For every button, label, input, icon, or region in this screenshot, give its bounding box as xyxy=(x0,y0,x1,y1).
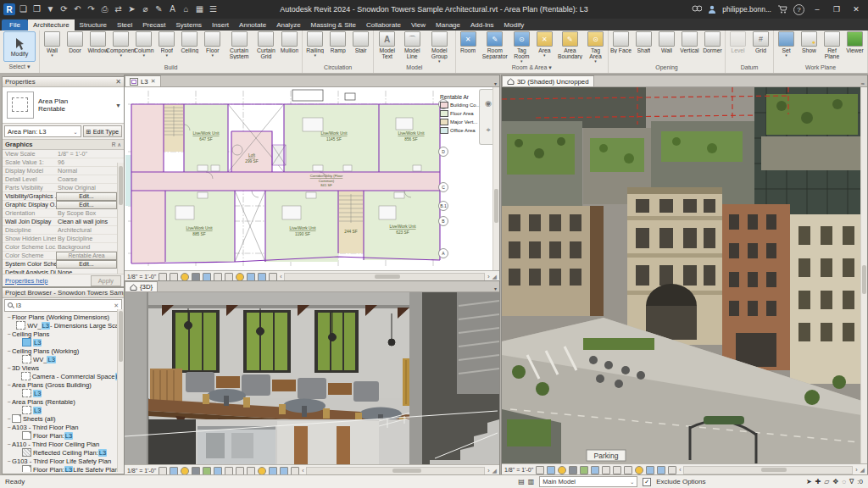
tab-list-icon[interactable]: ≂ xyxy=(858,80,867,86)
ribbon-button-shaft[interactable]: Shaft xyxy=(632,30,655,54)
scroll-left-icon[interactable]: ‹ xyxy=(280,274,281,280)
selection-box-icon[interactable] xyxy=(668,466,676,474)
temporary-hide-icon[interactable] xyxy=(269,467,277,475)
area-tag[interactable]: Live/Work Unit xyxy=(192,131,220,136)
design-option-combo[interactable]: Main Model⌄ xyxy=(539,476,637,487)
pin-icon[interactable] xyxy=(225,467,233,475)
temporary-hide-icon[interactable] xyxy=(646,466,654,474)
select-underlay-icon[interactable]: ▱ xyxy=(824,478,829,485)
ribbon-tab-file[interactable]: File xyxy=(2,19,28,30)
browser-group[interactable]: −A103 - Third Floor Plan xyxy=(4,423,124,431)
text-icon[interactable]: A xyxy=(167,3,178,15)
area-tag[interactable]: Live/Work Unit xyxy=(320,131,348,136)
ribbon-tab-collaborate[interactable]: Collaborate xyxy=(361,19,406,30)
selection-box-icon[interactable] xyxy=(291,467,299,475)
shadows-icon[interactable] xyxy=(192,467,200,475)
tab-list-icon[interactable]: ▾ xyxy=(492,80,499,86)
open-icon[interactable]: ❐ xyxy=(31,3,42,15)
temporary-hide-icon[interactable] xyxy=(247,273,255,281)
property-edit-button[interactable]: Edit... xyxy=(56,192,117,201)
browser-group[interactable]: −A110 - Third Floor Ceiling Plan xyxy=(4,440,124,448)
graphics-section-header[interactable]: GraphicsR ∧ xyxy=(3,140,124,150)
signed-in-user[interactable]: philippe.bonn... xyxy=(722,5,771,14)
browser-view-item[interactable]: L3 xyxy=(4,338,124,347)
collapse-icon[interactable]: − xyxy=(6,441,12,447)
restore-button[interactable]: ❐ xyxy=(830,5,843,14)
visual-style-icon[interactable] xyxy=(170,467,178,475)
worksets-icon[interactable] xyxy=(269,273,277,281)
user-avatar-icon[interactable] xyxy=(708,5,716,14)
ribbon-tab-modify[interactable]: Modify xyxy=(499,19,530,30)
area-value[interactable]: 244 SF xyxy=(344,230,358,234)
ribbon-button-room[interactable]: Room xyxy=(457,30,480,54)
browser-search-input[interactable]: l3 ✕ xyxy=(4,299,122,312)
project-browser-header[interactable]: Project Browser - Snowdon Towers Sample … xyxy=(3,288,124,298)
properties-help-link[interactable]: Properties help xyxy=(5,277,47,285)
browser-group[interactable]: −3D Views xyxy=(4,363,124,372)
browser-group[interactable]: −Sheets (all) xyxy=(4,414,124,423)
resize-grip[interactable]: ◢ xyxy=(492,468,497,474)
edit-type-button[interactable]: ⊞Edit Type xyxy=(83,125,122,137)
ribbon-button-wall[interactable]: Wall xyxy=(655,30,678,54)
transfer-icon[interactable]: ⇄ xyxy=(113,3,124,15)
area-tag[interactable]: Corridor/Utility (Floor xyxy=(310,174,343,178)
area-tag[interactable]: Live/Work Unit xyxy=(389,225,416,229)
measure-icon[interactable]: ⌀ xyxy=(140,3,151,15)
ribbon-button-curtain-system[interactable]: Curtain System xyxy=(224,30,253,60)
ribbon-button-model-group[interactable]: Model Group▾ xyxy=(425,30,454,64)
measure-icon[interactable] xyxy=(225,273,233,281)
home-icon[interactable] xyxy=(236,467,244,475)
new-file-icon[interactable]: ❏ xyxy=(18,3,29,15)
ribbon-button-set[interactable]: Set▾ xyxy=(775,30,798,58)
view-selector-combo[interactable]: Area Plan: L3⌄ xyxy=(4,125,81,137)
ribbon-button-curtain-grid[interactable]: Curtain Grid xyxy=(254,30,278,60)
property-edit-button[interactable]: Edit... xyxy=(56,201,117,209)
scale-control[interactable]: 1/8" = 1'-0" xyxy=(127,468,156,474)
browser-view-item[interactable]: Reflected Ceiling Plan: L3 xyxy=(4,448,124,457)
ribbon-tab-systems[interactable]: Systems xyxy=(170,19,207,30)
shadows-icon[interactable] xyxy=(192,273,200,281)
ribbon-button-by-face[interactable]: By Face xyxy=(609,30,632,54)
measure-icon[interactable] xyxy=(247,467,255,475)
property-value[interactable]: Clean all wall joins xyxy=(56,218,124,225)
design-options-icon[interactable]: ▥ xyxy=(528,478,535,485)
modify-cursor-icon[interactable]: ➤ xyxy=(126,3,137,15)
ribbon-button-area[interactable]: Area▾ xyxy=(533,30,556,58)
displace-icon[interactable] xyxy=(657,466,665,474)
save-icon[interactable]: ▼ xyxy=(45,3,56,15)
resize-grip[interactable]: ◢ xyxy=(860,467,865,474)
filter-icon[interactable]: ∇ xyxy=(849,478,854,485)
tab-list-icon[interactable]: ▾ xyxy=(492,286,499,291)
collapse-icon[interactable]: − xyxy=(6,424,12,430)
area-tag[interactable]: Live/Work Unit xyxy=(289,226,316,230)
collapse-icon[interactable]: − xyxy=(6,399,12,405)
resize-grip[interactable]: ◢ xyxy=(492,274,497,280)
collapse-icon[interactable]: − xyxy=(6,458,12,464)
crop-region-icon[interactable] xyxy=(159,273,167,281)
steering-wheel-icon[interactable]: ◉ xyxy=(485,99,492,108)
browser-view-item[interactable]: Floor Plan: L3 Life Safety Plan xyxy=(4,465,124,472)
ribbon-button-viewer[interactable]: Viewer xyxy=(843,30,866,54)
ribbon-tab-manage[interactable]: Manage xyxy=(431,19,465,30)
scale-control[interactable]: 1/8" = 1'-0" xyxy=(127,274,156,280)
sun-path-icon[interactable] xyxy=(181,467,189,475)
ribbon-button-wall[interactable]: Wall▾ xyxy=(41,30,64,58)
select-pins-icon[interactable]: ✚ xyxy=(815,478,821,485)
ribbon-button-show[interactable]: Show xyxy=(798,30,821,54)
area-tag[interactable]: Live/Work Unit xyxy=(186,226,213,230)
city-vscrollbar[interactable] xyxy=(860,87,867,463)
browser-view-item[interactable]: L3 xyxy=(4,389,124,397)
ribbon-button-model-text[interactable]: Model Text xyxy=(375,30,399,60)
pin-icon[interactable] xyxy=(602,466,610,474)
background-processes-icon[interactable]: ◌ xyxy=(842,478,846,485)
ribbon-button-tag-area[interactable]: Tag Area▾ xyxy=(584,30,607,64)
ribbon-button-ramp[interactable]: Ramp xyxy=(326,30,349,54)
ribbon-button-floor[interactable]: Floor▾ xyxy=(201,30,224,58)
ribbon-tab-annotate[interactable]: Annotate xyxy=(234,19,271,30)
select-panel-label[interactable]: Select ▾ xyxy=(9,62,31,71)
area-tag[interactable]: Live/Work Unit xyxy=(398,131,425,136)
scroll-right-icon[interactable]: › xyxy=(855,467,857,473)
browser-view-item[interactable]: WV_L3 - Dimensions Large Scale xyxy=(4,321,124,330)
modify-button[interactable]: Modify xyxy=(3,31,36,62)
home-icon[interactable] xyxy=(613,466,621,474)
